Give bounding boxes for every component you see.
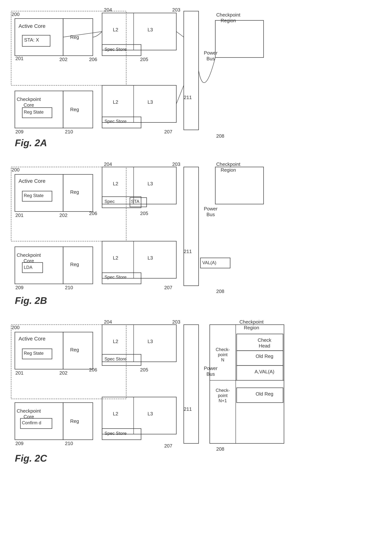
- ref-210-2a: 210: [65, 129, 73, 135]
- ref-204-2a: 204: [104, 7, 112, 13]
- l2-bot-2a: L2: [113, 99, 118, 105]
- l2-top-2a: L2: [113, 27, 118, 33]
- ref-209-2a: 209: [16, 129, 23, 135]
- lda-2b: LDA: [24, 265, 32, 270]
- confirm-d-2c: Confirm d: [22, 420, 41, 425]
- fig-2b-label: Fig. 2B: [15, 295, 47, 306]
- ref-200-2a: 200: [11, 11, 20, 17]
- ref-201-2c: 201: [16, 370, 23, 376]
- ref-208-2c: 208: [216, 446, 224, 452]
- ref-209-2b: 209: [16, 285, 23, 291]
- ref-210-2c: 210: [65, 441, 73, 446]
- ref-204-2c: 204: [104, 319, 112, 325]
- ref-206-2b: 206: [89, 211, 97, 216]
- spec-store-bot-2c: Spec Store: [105, 431, 127, 436]
- ref-211-2a: 211: [184, 95, 192, 100]
- power-bus-2c: PowerBus: [201, 365, 220, 377]
- reg-state-2b: Reg State: [24, 193, 44, 198]
- reg-2b: Reg: [70, 189, 79, 195]
- fig-2c-label: Fig. 2C: [15, 453, 47, 464]
- ref-203-2b: 203: [172, 161, 180, 167]
- svg-line-15: [63, 31, 102, 37]
- ref-206-2c: 206: [89, 367, 97, 373]
- ref-203-2a: 203: [172, 7, 180, 13]
- ref-202-2c: 202: [59, 370, 67, 376]
- checkpoint-region-title-2c: CheckpointRegion: [240, 319, 264, 331]
- checkpoint-n-label: Check-pointN: [211, 347, 235, 363]
- checkpoint-core-2a: CheckpointCore: [17, 96, 41, 108]
- reg-state-2a: Reg State: [24, 109, 44, 115]
- val-a-2b: VAL(A): [202, 260, 216, 265]
- ref-204-2b: 204: [104, 161, 112, 167]
- fig-2a-label: Fig. 2A: [15, 137, 47, 148]
- ref-201-2b: 201: [16, 213, 23, 218]
- reg-bot-2a: Reg: [70, 107, 79, 112]
- ref-208-2a: 208: [216, 133, 224, 139]
- ref-202-2b: 202: [59, 213, 67, 218]
- reg-state-2c: Reg State: [24, 351, 44, 356]
- old-reg-n1-2c: Old Reg: [247, 391, 282, 397]
- l3-bot-2a: L3: [147, 99, 153, 105]
- svg-rect-14: [215, 21, 264, 57]
- checkpoint-region-2a: CheckpointRegion: [216, 12, 240, 24]
- spec-store-top-2a: Spec Store: [105, 47, 127, 52]
- ref-209-2c: 209: [16, 441, 23, 446]
- ref-211-2c: 211: [184, 406, 192, 412]
- l3-top-2b: L3: [147, 181, 153, 187]
- ref-207-2c: 207: [164, 443, 172, 449]
- l3-bot-2c: L3: [147, 411, 153, 417]
- power-bus-2a: PowerBus: [201, 50, 220, 62]
- checkpoint-core-2b: CheckpointCore: [17, 252, 41, 264]
- ref-205-2c: 205: [140, 367, 148, 373]
- ref-206-2a: 206: [89, 57, 97, 62]
- active-core-label-2a: Active Core: [19, 23, 46, 29]
- l2-bot-2b: L2: [113, 255, 118, 261]
- ref-205-2a: 205: [140, 57, 148, 62]
- checkpoint-core-2c: CheckpointCore: [17, 408, 41, 420]
- a-val-a-2c: A,VAL(A): [247, 369, 282, 375]
- checkpoint-region-2b: CheckpointRegion: [216, 161, 240, 173]
- spec-store-top-2c: Spec Store: [105, 356, 127, 362]
- ref-203-2c: 203: [172, 319, 180, 325]
- reg-bot-2b: Reg: [70, 262, 79, 267]
- old-reg-n-2c: Old Reg: [247, 354, 282, 359]
- ref-208-2b: 208: [216, 288, 224, 294]
- svg-line-16: [176, 31, 184, 37]
- svg-rect-48: [184, 325, 199, 443]
- ref-207-2a: 207: [164, 129, 172, 135]
- active-core-2c: Active Core: [19, 336, 46, 342]
- l3-top-2c: L3: [147, 338, 153, 344]
- l2-top-2b: L2: [113, 181, 118, 187]
- l3-top-2a: L3: [147, 27, 153, 33]
- l3-bot-2b: L3: [147, 255, 153, 261]
- ref-200-2c: 200: [11, 325, 20, 330]
- l2-bot-2c: L2: [113, 411, 118, 417]
- active-core-2b: Active Core: [19, 178, 46, 184]
- l2-top-2c: L2: [113, 338, 118, 344]
- sta-x-box-2a: STA: X: [24, 37, 39, 43]
- ref-211-2b: 211: [184, 249, 192, 254]
- ref-205-2b: 205: [140, 211, 148, 216]
- ref-201-2a: 201: [16, 56, 23, 61]
- reg-top-2a: Reg: [70, 34, 79, 40]
- power-bus-2b: PowerBus: [201, 206, 220, 218]
- ref-207-2b: 207: [164, 285, 172, 291]
- checkpoint-n1-label: Check-pointN+1: [211, 388, 235, 403]
- spec-store-bot-2a: Spec Store: [105, 119, 127, 124]
- sta-2b: STA: [131, 199, 139, 204]
- reg-bot-2c: Reg: [70, 418, 79, 424]
- reg-2c: Reg: [70, 347, 79, 353]
- spec-store-top-2b: Spec: [105, 199, 115, 204]
- ref-210-2b: 210: [65, 285, 73, 291]
- svg-rect-32: [184, 167, 199, 286]
- check-head-2c: CheckHead: [247, 337, 282, 349]
- ref-200-2b: 200: [11, 167, 20, 173]
- spec-store-bot-2b: Spec Store: [105, 275, 127, 280]
- svg-line-17: [176, 85, 184, 104]
- ref-202-2a: 202: [59, 57, 67, 62]
- svg-rect-13: [184, 11, 199, 130]
